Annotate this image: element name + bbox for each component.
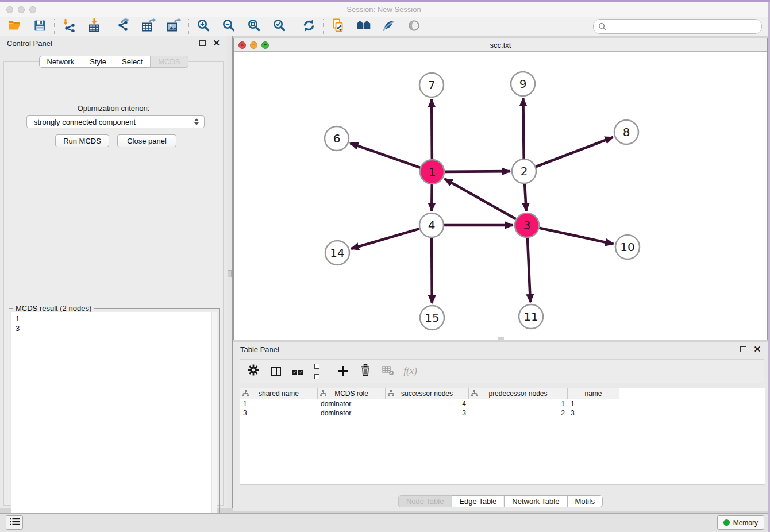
window-title: Session: New Session [0,5,768,14]
zoom-selected-button[interactable] [272,20,286,33]
show-hide-button[interactable] [407,20,421,33]
zoom-selected-icon [272,18,286,34]
zoom-in-button[interactable] [197,20,210,33]
graph-edge-4-15[interactable] [432,237,432,303]
import-table-button[interactable] [87,20,101,33]
apply-style-button[interactable] [382,20,395,33]
refresh-icon [302,19,315,34]
zoom-fit-button[interactable] [247,20,261,33]
table-cell-shared-name[interactable]: 3 [240,408,318,418]
network-canvas[interactable]: 7968124314101511 [234,52,767,340]
graph-edge-3-11[interactable] [528,237,530,302]
graph-edge-2-8[interactable] [536,137,613,167]
table-cell-successor-nodes[interactable]: 3 [386,408,469,418]
mcds-result-textarea[interactable]: 13 [11,312,217,524]
status-bar: Memory [0,513,768,532]
column-layout-button[interactable] [270,365,282,377]
search-icon [598,22,606,30]
graph-edge-2-9[interactable] [523,98,523,159]
add-row-button[interactable] [337,365,349,377]
tab-mcds[interactable]: MCDS [150,56,188,68]
column-label: successor nodes [401,390,453,398]
tab-style[interactable]: Style [82,56,114,68]
select-all-columns-button[interactable]: ✓✓ [292,365,305,377]
function-builder-button[interactable]: f(x) [404,365,417,377]
open-session-button[interactable] [7,20,21,33]
graph-edge-1-6[interactable] [351,143,421,168]
deselect-all-columns-button[interactable] [314,365,327,377]
table-tab-node-table[interactable]: Node Table [398,495,452,507]
graph-node-label-9: 9 [519,77,527,91]
import-network-button[interactable] [62,20,76,33]
graph-edge-2-3[interactable] [525,183,526,211]
graph-edge-3-1[interactable] [445,179,517,219]
clone-network-button[interactable] [331,20,345,33]
first-neighbors-button[interactable] [356,20,370,33]
table-cell-mcds-role[interactable]: dominator [318,399,386,408]
save-disk-icon [33,19,47,34]
close-panel-icon[interactable]: ✕ [213,40,220,46]
zoom-out-icon [222,18,236,34]
run-mcds-button[interactable]: Run MCDS [55,134,109,147]
graph-edge-1-7[interactable] [432,99,432,160]
panel-splitter[interactable] [227,36,233,508]
splitter-handle[interactable] [228,270,232,277]
export-network-button[interactable] [117,20,130,33]
column-header-name[interactable]: name [568,388,619,399]
table-tab-motifs[interactable]: Motifs [567,495,603,507]
save-session-button[interactable] [33,20,47,33]
table-tab-network-table[interactable]: Network Table [504,495,567,507]
eye-icon [407,19,421,34]
attribute-settings-button[interactable] [247,365,260,377]
export-table-icon [141,18,156,34]
graph-node-label-6: 6 [333,132,341,145]
apply-layout-button[interactable] [302,20,315,33]
column-header-successor-nodes[interactable]: successor nodes [386,388,469,399]
canvas-scrollbar-thumb[interactable] [498,337,504,340]
delete-table-button[interactable] [382,365,394,377]
column-header-shared-name[interactable]: shared name [240,388,318,399]
graph-edge-1-4[interactable] [432,184,432,211]
control-panel-tabs: NetworkStyleSelectMCDS [38,56,188,68]
column-header-predecessor-nodes[interactable]: predecessor nodes [469,388,568,399]
mcds-result-line: 3 [16,323,213,333]
close-panel-button[interactable]: Close panel [117,134,176,147]
zoom-out-button[interactable] [222,20,236,33]
export-table-button[interactable] [142,20,156,33]
table-cell-successor-nodes[interactable]: 4 [386,399,469,408]
table-row[interactable]: 3dominator323 [240,408,765,418]
graph-edge-4-14[interactable] [351,229,420,249]
table-cell-predecessor-nodes[interactable]: 1 [469,399,568,408]
graph-edge-1-2[interactable] [444,171,510,172]
result-scrollbar[interactable] [211,312,217,524]
control-panel-title: Control Panel [7,39,52,48]
table-row[interactable]: 1dominator411 [240,399,765,408]
table-panel: Table Panel ✕ ✓✓ f(x) shared nameMCDS ro… [233,342,768,511]
task-history-button[interactable] [6,515,23,530]
tab-select[interactable]: Select [114,56,151,68]
checked-boxes-icon: ✓✓ [292,366,305,376]
table-tab-edge-table[interactable]: Edge Table [451,495,505,507]
column-header-mcds-role[interactable]: MCDS role [318,388,386,399]
graph-node-label-3: 3 [523,218,531,232]
table-cell-name[interactable]: 1 [568,399,619,408]
graph-edge-3-10[interactable] [539,228,614,244]
float-table-panel-icon[interactable] [740,346,746,352]
titlebar: Session: New Session [0,2,768,17]
search-input[interactable] [606,20,761,33]
tab-network[interactable]: Network [38,56,82,68]
table-cell-name[interactable]: 3 [568,408,619,418]
close-table-panel-icon[interactable]: ✕ [753,346,761,352]
trash-icon [360,364,371,379]
graph-svg: 7968124314101511 [234,52,767,340]
import-network-icon [62,18,76,34]
table-cell-shared-name[interactable]: 1 [240,399,318,408]
criterion-select[interactable]: strongly connected component [26,115,205,128]
table-cell-mcds-role[interactable]: dominator [318,408,386,418]
float-panel-icon[interactable] [199,40,206,46]
export-image-button[interactable] [167,20,181,33]
delete-row-button[interactable] [359,365,372,377]
network-window-title: scc.txt [234,41,767,49]
memory-button[interactable]: Memory [717,515,764,530]
table-cell-predecessor-nodes[interactable]: 2 [469,408,568,418]
